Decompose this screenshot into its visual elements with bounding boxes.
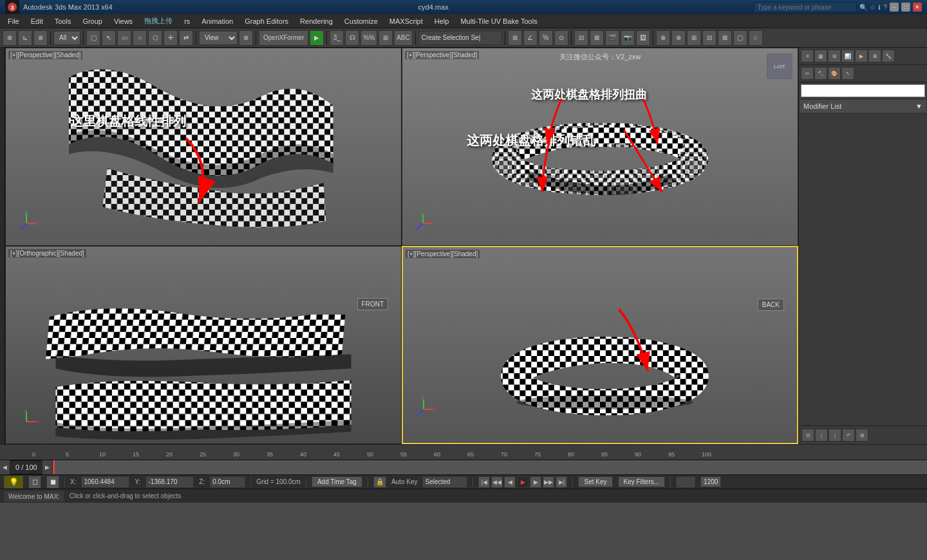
toolbar-layers-icon[interactable]: ⊟ xyxy=(574,30,588,46)
rp-bottom-icon-1[interactable]: ⊟ xyxy=(801,429,814,442)
anim-next-btn[interactable]: ▶▶ xyxy=(543,476,554,488)
anim-prev-frame-btn[interactable]: ◀ xyxy=(504,476,516,488)
toolbar-select-icon[interactable]: ⊕ xyxy=(3,30,17,46)
toolbar-select-btn[interactable]: ▢ xyxy=(86,30,100,46)
minimize-button[interactable]: – xyxy=(890,3,899,12)
help-icon[interactable]: ? xyxy=(883,4,887,11)
rp-icon-utility[interactable]: 🔧 xyxy=(882,50,895,62)
status-icon-btn[interactable]: 💡 xyxy=(4,476,23,489)
toolbar-green-icon[interactable]: ▶ xyxy=(310,30,324,46)
rp-icon-display[interactable]: 🖥 xyxy=(868,50,881,62)
toolbar-extra5[interactable]: ⊠ xyxy=(718,30,732,46)
menu-animation[interactable]: Animation xyxy=(196,16,238,26)
rp-icon-motion[interactable]: ▶ xyxy=(855,50,868,62)
toolbar-rect-icon[interactable]: ▭ xyxy=(117,30,131,46)
selected-input[interactable] xyxy=(422,476,467,488)
menu-customize[interactable]: Customize xyxy=(339,16,383,26)
rp-bottom-icon-3[interactable]: | xyxy=(829,429,841,442)
toolbar-spinner-icon[interactable]: ⊙ xyxy=(554,30,568,46)
rp-icon-table[interactable]: ⊞ xyxy=(828,50,841,62)
star-icon[interactable]: ☆ xyxy=(870,4,876,11)
timeline-next-btn[interactable]: ▶ xyxy=(42,460,53,474)
rp-icon-grid[interactable]: ▦ xyxy=(814,50,827,62)
lock-btn[interactable]: 🔒 xyxy=(373,476,386,488)
search-input[interactable] xyxy=(754,2,857,12)
toolbar-num3[interactable]: %% xyxy=(360,30,377,46)
menu-multitile[interactable]: Multi-Tile UV Bake Tools xyxy=(455,16,542,26)
search-icon[interactable]: 🔍 xyxy=(859,4,867,11)
toolbar-view-icon[interactable]: ⊕ xyxy=(239,30,253,46)
rp-icon-graph[interactable]: 📊 xyxy=(841,50,854,62)
viewport-bottom-left[interactable]: [+][Orthographic][Shaded] xyxy=(5,246,402,444)
toolbar-transform-icon[interactable]: ✛ xyxy=(164,30,178,46)
modifier-list-dropdown[interactable]: Modifier List ▼ xyxy=(799,99,927,113)
x-input[interactable] xyxy=(81,476,129,488)
toolbar-extra6[interactable]: ▢ xyxy=(733,30,747,46)
y-input[interactable] xyxy=(145,476,194,488)
toolbar-irender-icon[interactable]: 🖼 xyxy=(636,30,650,46)
rp-bottom-icon-4[interactable]: ↶ xyxy=(842,429,855,442)
rp-icon-sunburst[interactable]: ☀ xyxy=(801,50,814,62)
toolbar-render-icon[interactable]: 📷 xyxy=(621,30,635,46)
close-button[interactable]: ✕ xyxy=(913,3,922,12)
menu-file[interactable]: File xyxy=(3,16,24,26)
menu-group[interactable]: Group xyxy=(77,16,108,26)
status-btn-2[interactable]: ◻ xyxy=(28,476,41,489)
rp-icon-paint[interactable]: 🎨 xyxy=(828,67,841,80)
welcome-btn[interactable]: Welcome to MAX: xyxy=(4,490,64,502)
toolbar-extra1[interactable]: ⊕ xyxy=(656,30,670,46)
menu-views[interactable]: Views xyxy=(109,16,138,26)
menu-maxscript[interactable]: MAXScript xyxy=(384,16,428,26)
toolbar-openxformer-btn[interactable]: OpenXFormer xyxy=(259,30,308,46)
toolbar-circle-icon[interactable]: ○ xyxy=(133,30,147,46)
status-btn-3[interactable]: ◼ xyxy=(46,476,59,489)
rp-icon-cursor[interactable]: ↖ xyxy=(841,67,854,80)
toolbar-extra2[interactable]: ⊗ xyxy=(671,30,686,46)
info-icon[interactable]: ℹ xyxy=(878,4,881,11)
toolbar-abc[interactable]: ABC xyxy=(394,30,413,46)
menu-tools[interactable]: Tools xyxy=(50,16,77,26)
menu-upload[interactable]: 拖拽上传 xyxy=(139,15,178,27)
anim-next-frame-btn[interactable]: ▶ xyxy=(530,476,541,488)
rp-icon-hammer[interactable]: 🔨 xyxy=(814,67,827,80)
toolbar-extra7[interactable]: ☆ xyxy=(749,30,763,46)
timeline-prev-btn[interactable]: ◀ xyxy=(0,460,10,474)
toolbar-paint-icon[interactable]: ⊗ xyxy=(33,30,48,46)
toolbar-lasso-icon[interactable]: ⊾ xyxy=(18,30,32,46)
set-key-btn[interactable]: Set Key xyxy=(578,476,612,487)
add-time-tag-btn[interactable]: Add Time Tag xyxy=(312,476,362,487)
viewport-bottom-right[interactable]: [+][Perspective][Shaded] xyxy=(402,246,798,444)
frame-nav-btn[interactable]: 1200 xyxy=(700,476,721,487)
rp-bottom-icon-2[interactable]: | xyxy=(815,429,828,442)
menu-help[interactable]: Help xyxy=(429,16,454,26)
anim-play-btn[interactable]: ▶ xyxy=(517,476,529,488)
toolbar-snap-icon[interactable]: ⊞ xyxy=(508,30,522,46)
key-filters-btn[interactable]: Key Filters... xyxy=(618,476,666,487)
toolbar-num1[interactable]: 3_ xyxy=(330,30,344,46)
toolbar-angle-icon[interactable]: ∠ xyxy=(523,30,538,46)
toolbar-num2[interactable]: ☊ xyxy=(345,30,359,46)
viewport-top-left[interactable]: [+][Perspective][Shaded] xyxy=(5,48,402,246)
toolbar-view-select[interactable]: View xyxy=(199,31,238,45)
toolbar-extra4[interactable]: ⊟ xyxy=(702,30,716,46)
toolbar-filter-select[interactable]: All xyxy=(53,31,80,45)
menu-edit[interactable]: Edit xyxy=(26,16,48,26)
toolbar-props-icon[interactable]: ⊠ xyxy=(590,30,604,46)
toolbar-move-icon[interactable]: ↖ xyxy=(102,30,116,46)
create-selection-input[interactable] xyxy=(418,31,502,45)
toolbar-num4[interactable]: ⊞ xyxy=(379,30,393,46)
viewport-top-right[interactable]: [+][Perspective][Shaded] 关注微信公众号：V2_zxw xyxy=(402,48,798,246)
timeline-scroll[interactable] xyxy=(53,460,927,474)
anim-first-btn[interactable]: |◀ xyxy=(478,476,490,488)
z-input[interactable] xyxy=(210,476,245,488)
anim-last-btn[interactable]: ▶| xyxy=(556,476,567,488)
rp-name-input[interactable] xyxy=(801,84,925,97)
anim-prev-btn[interactable]: ◀◀ xyxy=(491,476,503,488)
toolbar-fence-icon[interactable]: ⬡ xyxy=(148,30,162,46)
maximize-button[interactable]: □ xyxy=(901,3,910,12)
toolbar-percent-icon[interactable]: % xyxy=(539,30,553,46)
rp-bottom-icon-5[interactable]: ⊞ xyxy=(856,429,868,442)
menu-rendering[interactable]: Rendering xyxy=(295,16,338,26)
frame-input[interactable] xyxy=(676,476,695,488)
rp-icon-edit[interactable]: ✏ xyxy=(801,67,814,80)
